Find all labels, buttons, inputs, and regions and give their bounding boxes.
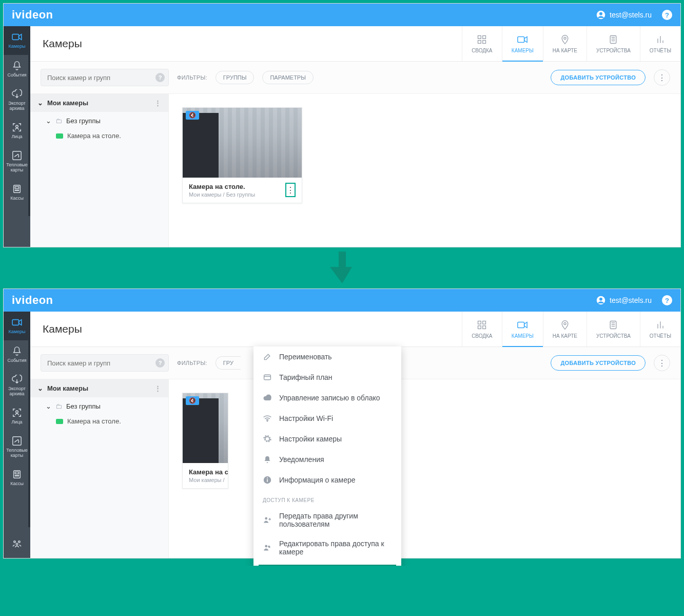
page-title: Камеры [30,26,462,61]
cloud-download-icon [11,374,23,384]
filter-groups[interactable]: ГРУППЫ [216,71,255,84]
tree-panel: ⌄ Мои камеры ⋮ ⌄ 🗀 Без группы Камера на … [30,94,169,247]
filter-params[interactable]: ПАРАМЕТРЫ [262,71,313,84]
ctx-settings[interactable]: Настройки камеры [253,429,401,449]
sidebar-item-heatmaps[interactable]: Тепловые карты [4,431,30,464]
ctx-delete[interactable]: Удалить [259,565,396,566]
ctx-edit-access[interactable]: Редактировать права доступа к камере [253,534,401,562]
tab-map[interactable]: НА КАРТЕ [543,312,587,346]
camera-thumbnail[interactable]: 🔇 [183,108,302,178]
tab-reports[interactable]: ОТЧЁТЫ [640,312,680,346]
search-help-icon[interactable]: ? [155,358,165,368]
user-icon [596,10,605,20]
help-button[interactable]: ? [662,295,672,305]
tab-summary[interactable]: СВОДКА [462,312,502,346]
add-device-button[interactable]: ДОБАВИТЬ УСТРОЙСТВО [551,355,646,371]
user-menu[interactable]: test@stels.ru [596,296,652,305]
sidebar-item-pos[interactable]: Кассы [4,178,30,207]
tab-map[interactable]: НА КАРТЕ [543,26,587,61]
toolbar-more-button[interactable]: ⋮ [654,355,670,371]
toolbar-more-button[interactable]: ⋮ [654,69,670,86]
ctx-cloud-record[interactable]: Управление записью в облако [253,388,401,408]
svg-rect-10 [478,35,481,38]
tree-camera-item[interactable]: Камера на столе. [30,128,168,144]
camera-card[interactable]: 🔇 Камера на столе. Мои камеры / Без груп… [182,107,302,203]
tree-group[interactable]: ⌄ 🗀 Без группы [30,112,168,128]
ctx-rename[interactable]: Переименовать [253,346,401,367]
svg-rect-16 [611,35,617,43]
svg-point-7 [15,189,16,190]
camera-icon [11,32,23,42]
sidebar-item-events[interactable]: События [4,55,30,84]
ctx-wifi[interactable]: Настройки Wi-Fi [253,408,401,429]
sidebar-item-cameras[interactable]: Камеры [4,312,30,340]
svg-rect-53 [267,479,268,482]
ctx-share[interactable]: Передать права другим пользователям [253,506,401,534]
toolbar: ? ФИЛЬТРЫ: ГРУППЫ ПАРАМЕТРЫ ДОБАВИТЬ УСТ… [30,62,680,94]
camera-card[interactable]: 🔇 Камера на ст Мои камеры / [182,393,228,489]
sidebar-label: Тепловые карты [5,163,29,173]
sidebar-item-faces[interactable]: Лица [4,117,30,145]
search-input[interactable] [41,69,169,86]
camera-grid: 🔇 Камера на ст Мои камеры / [169,379,242,558]
sidebar-item-faces[interactable]: Лица [4,402,30,431]
sidebar-item-events[interactable]: События [4,340,30,369]
help-button[interactable]: ? [662,10,672,20]
sidebar-item-export[interactable]: Экспорт архива [4,369,30,402]
camera-online-icon [56,133,63,139]
user-email: test@stels.ru [610,11,652,19]
person-edit-icon [263,543,272,552]
sidebar-item-pos[interactable]: Кассы [4,464,30,492]
tree-group-label: Без группы [66,117,101,125]
search-input[interactable] [41,354,169,372]
heatmap-icon [11,150,23,161]
camera-online-icon [56,419,63,424]
sidebar-item-heatmaps[interactable]: Тепловые карты [4,145,30,178]
content: Камеры СВОДКА КАМЕРЫ НА КАРТЕ УСТРОЙСТВА… [30,26,680,247]
tab-reports[interactable]: ОТЧЁТЫ [640,26,680,61]
camera-thumbnail[interactable]: 🔇 [183,393,228,463]
svg-rect-40 [518,322,524,328]
camera-more-button[interactable]: ⋮ [285,183,296,197]
sidebar-item-export[interactable]: Экспорт архива [4,84,30,117]
ctx-tariff[interactable]: Тарифный план [253,367,401,388]
camera-icon [11,317,23,328]
content-top: Камеры СВОДКА КАМЕРЫ НА КАРТЕ УСТРОЙСТВА… [30,312,680,347]
user-icon [596,296,605,305]
tab-summary[interactable]: СВОДКА [462,26,502,61]
tree-camera-item[interactable]: Камера на столе. [30,413,168,429]
tree-root[interactable]: ⌄ Мои камеры ⋮ [30,379,168,397]
filters-label: ФИЛЬТРЫ: [177,74,207,81]
svg-point-15 [564,37,566,39]
chevron-down-icon: ⌄ [37,384,43,392]
svg-point-8 [16,189,17,190]
sidebar-item-extra[interactable] [4,529,30,558]
app-body: Камеры События Экспорт архива Лица Тепло… [4,312,680,558]
svg-rect-29 [15,472,18,474]
add-device-button[interactable]: ДОБАВИТЬ УСТРОЙСТВО [551,70,646,85]
tree-root-more[interactable]: ⋮ [154,99,161,107]
tree-root[interactable]: ⌄ Мои камеры ⋮ [30,94,168,112]
svg-point-41 [564,322,566,324]
sidebar-item-cameras[interactable]: Камеры [4,26,30,55]
heatmap-icon [11,436,23,446]
search-help-icon[interactable]: ? [155,73,165,82]
sidebar-label: События [7,73,26,78]
tab-cameras[interactable]: КАМЕРЫ [502,26,543,61]
wifi-icon [263,414,272,423]
ctx-info[interactable]: Информация о камере [253,470,401,490]
tree-group[interactable]: ⌄ 🗀 Без группы [30,397,168,413]
sidebar: Камеры События Экспорт архива Лица Тепло… [4,26,30,247]
filter-groups[interactable]: ГРУ [216,356,241,370]
tree-root-more[interactable]: ⋮ [154,384,161,392]
svg-rect-6 [15,186,18,188]
pos-icon [11,469,23,479]
svg-rect-14 [518,36,524,42]
cloud-icon [263,393,272,402]
tab-devices[interactable]: УСТРОЙСТВА [587,26,640,61]
tab-cameras[interactable]: КАМЕРЫ [502,312,543,346]
ctx-notifications[interactable]: Уведомления [253,449,401,470]
svg-rect-38 [478,325,481,329]
tab-devices[interactable]: УСТРОЙСТВА [587,312,640,346]
user-menu[interactable]: test@stels.ru [596,10,652,20]
